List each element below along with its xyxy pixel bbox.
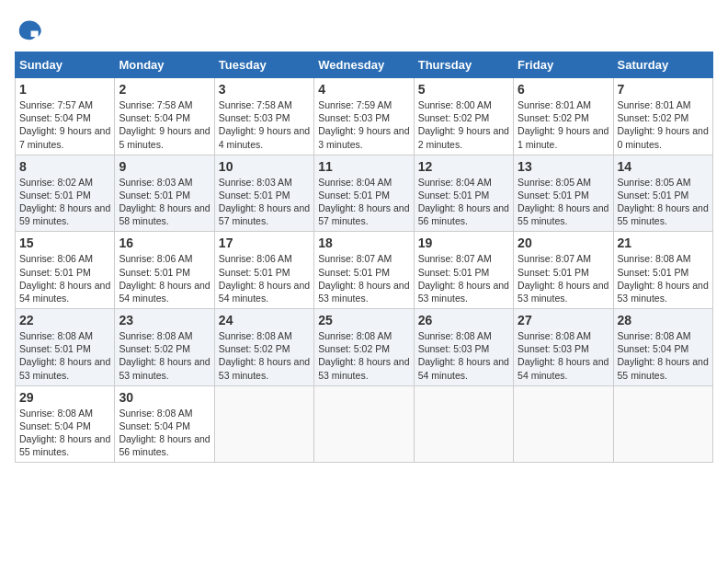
day-info: Sunrise: 7:58 AMSunset: 5:03 PMDaylight:…	[219, 99, 310, 150]
calendar-day-cell: 25 Sunrise: 8:08 AMSunset: 5:02 PMDaylig…	[314, 309, 414, 386]
day-info: Sunrise: 7:59 AMSunset: 5:03 PMDaylight:…	[318, 99, 409, 150]
day-number: 2	[119, 82, 210, 97]
day-number: 6	[518, 82, 609, 97]
day-info: Sunrise: 8:07 AMSunset: 5:01 PMDaylight:…	[518, 253, 609, 304]
calendar-day-cell	[314, 385, 414, 463]
day-number: 18	[318, 236, 409, 250]
calendar-day-cell: 15 Sunrise: 8:06 AMSunset: 5:01 PMDaylig…	[16, 232, 115, 309]
calendar-day-cell: 6 Sunrise: 8:01 AMSunset: 5:02 PMDayligh…	[514, 78, 613, 155]
day-number: 12	[418, 159, 509, 174]
day-number: 29	[19, 390, 110, 405]
weekday-header-tuesday: Tuesday	[214, 52, 313, 78]
day-info: Sunrise: 8:08 AMSunset: 5:02 PMDaylight:…	[219, 330, 310, 381]
day-number: 10	[219, 159, 310, 174]
day-number: 17	[219, 236, 310, 250]
day-info: Sunrise: 8:03 AMSunset: 5:01 PMDaylight:…	[219, 177, 310, 227]
weekday-header-sunday: Sunday	[16, 52, 115, 78]
day-number: 13	[518, 159, 609, 174]
weekday-header-saturday: Saturday	[613, 52, 712, 78]
calendar-day-cell: 16 Sunrise: 8:06 AMSunset: 5:01 PMDaylig…	[115, 232, 214, 309]
day-info: Sunrise: 8:01 AMSunset: 5:02 PMDaylight:…	[618, 99, 709, 150]
calendar-day-cell: 7 Sunrise: 8:01 AMSunset: 5:02 PMDayligh…	[613, 78, 712, 155]
calendar-day-cell: 17 Sunrise: 8:06 AMSunset: 5:01 PMDaylig…	[214, 232, 313, 309]
calendar-week-2: 8 Sunrise: 8:02 AMSunset: 5:01 PMDayligh…	[16, 155, 713, 232]
day-number: 23	[119, 313, 210, 327]
day-number: 25	[318, 313, 409, 327]
weekday-header-wednesday: Wednesday	[314, 52, 414, 78]
day-info: Sunrise: 8:05 AMSunset: 5:01 PMDaylight:…	[518, 177, 609, 227]
day-number: 27	[518, 313, 609, 327]
calendar-day-cell: 20 Sunrise: 8:07 AMSunset: 5:01 PMDaylig…	[514, 232, 613, 309]
day-info: Sunrise: 7:58 AMSunset: 5:04 PMDaylight:…	[119, 99, 210, 150]
logo-icon	[15, 15, 44, 44]
day-number: 1	[19, 82, 110, 97]
calendar-day-cell: 13 Sunrise: 8:05 AMSunset: 5:01 PMDaylig…	[514, 155, 613, 232]
day-info: Sunrise: 8:06 AMSunset: 5:01 PMDaylight:…	[119, 253, 210, 304]
weekday-header-monday: Monday	[115, 52, 214, 78]
day-info: Sunrise: 8:08 AMSunset: 5:03 PMDaylight:…	[418, 330, 509, 381]
page-header	[15, 15, 713, 44]
day-info: Sunrise: 8:08 AMSunset: 5:04 PMDaylight:…	[119, 408, 210, 458]
calendar-day-cell: 29 Sunrise: 8:08 AMSunset: 5:04 PMDaylig…	[16, 385, 115, 463]
day-number: 8	[19, 159, 110, 174]
weekday-header-friday: Friday	[514, 52, 613, 78]
day-number: 24	[219, 313, 310, 327]
day-info: Sunrise: 8:08 AMSunset: 5:04 PMDaylight:…	[618, 330, 709, 381]
calendar-day-cell: 23 Sunrise: 8:08 AMSunset: 5:02 PMDaylig…	[115, 309, 214, 386]
day-info: Sunrise: 7:57 AMSunset: 5:04 PMDaylight:…	[19, 99, 110, 150]
day-number: 20	[518, 236, 609, 250]
day-number: 11	[318, 159, 409, 174]
calendar-day-cell: 22 Sunrise: 8:08 AMSunset: 5:01 PMDaylig…	[16, 309, 115, 386]
day-info: Sunrise: 8:08 AMSunset: 5:04 PMDaylight:…	[19, 408, 110, 458]
day-info: Sunrise: 8:01 AMSunset: 5:02 PMDaylight:…	[518, 99, 609, 150]
day-info: Sunrise: 8:07 AMSunset: 5:01 PMDaylight:…	[418, 253, 509, 304]
day-number: 26	[418, 313, 509, 327]
day-info: Sunrise: 8:08 AMSunset: 5:01 PMDaylight:…	[618, 253, 709, 304]
calendar-day-cell: 21 Sunrise: 8:08 AMSunset: 5:01 PMDaylig…	[613, 232, 712, 309]
calendar-day-cell: 27 Sunrise: 8:08 AMSunset: 5:03 PMDaylig…	[514, 309, 613, 386]
day-info: Sunrise: 8:00 AMSunset: 5:02 PMDaylight:…	[418, 99, 509, 150]
day-info: Sunrise: 8:06 AMSunset: 5:01 PMDaylight:…	[219, 253, 310, 304]
calendar-day-cell: 24 Sunrise: 8:08 AMSunset: 5:02 PMDaylig…	[214, 309, 313, 386]
calendar-day-cell: 12 Sunrise: 8:04 AMSunset: 5:01 PMDaylig…	[414, 155, 513, 232]
day-info: Sunrise: 8:08 AMSunset: 5:03 PMDaylight:…	[518, 330, 609, 381]
day-info: Sunrise: 8:02 AMSunset: 5:01 PMDaylight:…	[19, 177, 110, 227]
calendar-day-cell: 5 Sunrise: 8:00 AMSunset: 5:02 PMDayligh…	[414, 78, 513, 155]
calendar-day-cell: 4 Sunrise: 7:59 AMSunset: 5:03 PMDayligh…	[314, 78, 414, 155]
calendar-day-cell: 1 Sunrise: 7:57 AMSunset: 5:04 PMDayligh…	[16, 78, 115, 155]
day-number: 15	[19, 236, 110, 250]
calendar-day-cell: 3 Sunrise: 7:58 AMSunset: 5:03 PMDayligh…	[214, 78, 313, 155]
day-number: 7	[618, 82, 709, 97]
weekday-header-thursday: Thursday	[414, 52, 513, 78]
calendar-day-cell: 30 Sunrise: 8:08 AMSunset: 5:04 PMDaylig…	[115, 385, 214, 463]
calendar-day-cell: 9 Sunrise: 8:03 AMSunset: 5:01 PMDayligh…	[115, 155, 214, 232]
day-info: Sunrise: 8:07 AMSunset: 5:01 PMDaylight:…	[318, 253, 409, 304]
day-number: 16	[119, 236, 210, 250]
calendar-week-5: 29 Sunrise: 8:08 AMSunset: 5:04 PMDaylig…	[16, 385, 713, 463]
calendar-day-cell	[214, 385, 313, 463]
day-number: 28	[618, 313, 709, 327]
day-info: Sunrise: 8:08 AMSunset: 5:02 PMDaylight:…	[119, 330, 210, 381]
day-info: Sunrise: 8:04 AMSunset: 5:01 PMDaylight:…	[318, 177, 409, 227]
day-info: Sunrise: 8:06 AMSunset: 5:01 PMDaylight:…	[19, 253, 110, 304]
calendar-table: SundayMondayTuesdayWednesdayThursdayFrid…	[15, 52, 713, 463]
calendar-day-cell	[613, 385, 712, 463]
calendar-day-cell: 10 Sunrise: 8:03 AMSunset: 5:01 PMDaylig…	[214, 155, 313, 232]
calendar-week-3: 15 Sunrise: 8:06 AMSunset: 5:01 PMDaylig…	[16, 232, 713, 309]
day-number: 22	[19, 313, 110, 327]
calendar-week-4: 22 Sunrise: 8:08 AMSunset: 5:01 PMDaylig…	[16, 309, 713, 386]
weekday-header-row: SundayMondayTuesdayWednesdayThursdayFrid…	[16, 52, 713, 78]
calendar-day-cell: 8 Sunrise: 8:02 AMSunset: 5:01 PMDayligh…	[16, 155, 115, 232]
calendar-day-cell	[514, 385, 613, 463]
day-number: 3	[219, 82, 310, 97]
calendar-day-cell	[414, 385, 513, 463]
calendar-day-cell: 18 Sunrise: 8:07 AMSunset: 5:01 PMDaylig…	[314, 232, 414, 309]
day-number: 21	[618, 236, 709, 250]
day-info: Sunrise: 8:08 AMSunset: 5:01 PMDaylight:…	[19, 330, 110, 381]
calendar-day-cell: 19 Sunrise: 8:07 AMSunset: 5:01 PMDaylig…	[414, 232, 513, 309]
calendar-day-cell: 14 Sunrise: 8:05 AMSunset: 5:01 PMDaylig…	[613, 155, 712, 232]
day-info: Sunrise: 8:03 AMSunset: 5:01 PMDaylight:…	[119, 177, 210, 227]
calendar-week-1: 1 Sunrise: 7:57 AMSunset: 5:04 PMDayligh…	[16, 78, 713, 155]
calendar-day-cell: 26 Sunrise: 8:08 AMSunset: 5:03 PMDaylig…	[414, 309, 513, 386]
calendar-day-cell: 28 Sunrise: 8:08 AMSunset: 5:04 PMDaylig…	[613, 309, 712, 386]
